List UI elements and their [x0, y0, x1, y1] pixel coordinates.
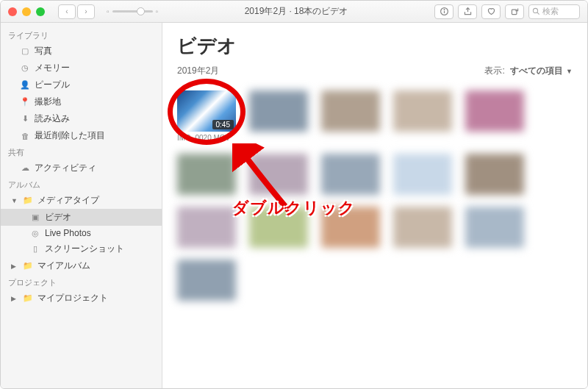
- nav-buttons: ‹ ›: [58, 4, 95, 19]
- sidebar-item-my-albums[interactable]: ▶📁マイアルバム: [1, 257, 162, 274]
- sidebar-group-share: 共有: [1, 144, 162, 160]
- video-item[interactable]: [321, 90, 380, 142]
- video-thumbnail[interactable]: [393, 207, 452, 248]
- video-thumbnail[interactable]: [465, 207, 524, 248]
- close-icon[interactable]: [8, 7, 17, 16]
- sidebar-item-videos[interactable]: ▣ビデオ: [1, 209, 162, 226]
- view-selector[interactable]: 表示: すべての項目 ▼: [484, 65, 573, 77]
- chevron-down-icon: ▼: [566, 68, 573, 75]
- subheading: 2019年2月: [177, 65, 219, 77]
- sidebar: ライブラリ ▢写真 ◷メモリー 👤ピープル 📍撮影地 ⬇読み込み 🗑最近削除した…: [1, 23, 162, 388]
- toolbar-right: 検索: [434, 4, 580, 19]
- cloud-icon: ☁: [20, 163, 30, 173]
- rotate-button[interactable]: [505, 4, 524, 19]
- video-item[interactable]: [465, 90, 524, 142]
- disclosure-right-icon: ▶: [11, 295, 18, 302]
- sidebar-item-my-projects[interactable]: ▶📁マイプロジェクト: [1, 290, 162, 307]
- sidebar-item-activity[interactable]: ☁アクティビティ: [1, 160, 162, 176]
- folder-icon: 📁: [23, 196, 33, 205]
- video-item[interactable]: [393, 154, 452, 195]
- thumbnail-grid: 0:45 IMG_0020.MOV ダブルクリック: [162, 83, 587, 388]
- video-item[interactable]: [249, 154, 308, 195]
- video-item[interactable]: [465, 207, 524, 248]
- video-thumbnail[interactable]: [393, 90, 452, 132]
- window-body: ライブラリ ▢写真 ◷メモリー 👤ピープル 📍撮影地 ⬇読み込み 🗑最近削除した…: [1, 23, 587, 388]
- sidebar-group-projects: プロジェクト: [1, 274, 162, 290]
- sidebar-item-media-types[interactable]: ▼📁メディアタイプ: [1, 192, 162, 209]
- window-controls: [8, 7, 45, 16]
- back-button[interactable]: ‹: [58, 4, 76, 19]
- video-thumbnail[interactable]: [321, 90, 380, 132]
- page-title: ビデオ: [162, 23, 587, 63]
- window-title: 2019年2月 · 18本のビデオ: [164, 5, 429, 18]
- zoom-knob[interactable]: [137, 7, 145, 15]
- video-thumbnail[interactable]: [177, 207, 236, 248]
- sidebar-group-albums: アルバム: [1, 176, 162, 192]
- places-icon: 📍: [20, 97, 30, 107]
- sidebar-item-photos[interactable]: ▢写真: [1, 43, 162, 60]
- video-thumbnail[interactable]: [177, 260, 236, 301]
- video-thumbnail[interactable]: [249, 154, 308, 195]
- duration-badge: 0:45: [212, 120, 234, 129]
- video-item[interactable]: [177, 207, 236, 248]
- zoom-out-icon: ▫: [107, 7, 110, 15]
- folder-icon: 📁: [23, 261, 33, 271]
- fullscreen-icon[interactable]: [36, 7, 45, 16]
- video-thumbnail[interactable]: [465, 90, 524, 132]
- sidebar-item-people[interactable]: 👤ピープル: [1, 76, 162, 93]
- imports-icon: ⬇: [20, 114, 30, 124]
- zoom-slider[interactable]: ▫ ▫: [107, 7, 158, 15]
- sidebar-item-live-photos[interactable]: ◎Live Photos: [1, 226, 162, 240]
- video-thumbnail[interactable]: [177, 154, 236, 195]
- folder-icon: 📁: [23, 293, 33, 303]
- memories-icon: ◷: [20, 63, 30, 73]
- app-window: ‹ › ▫ ▫ 2019年2月 · 18本のビデオ 検索 ライブラリ ▢写真 ◷…: [0, 0, 588, 389]
- sidebar-item-imports[interactable]: ⬇読み込み: [1, 110, 162, 127]
- video-thumbnail[interactable]: [321, 154, 380, 195]
- search-placeholder: 検索: [542, 6, 559, 17]
- sidebar-item-deleted[interactable]: 🗑最近削除した項目: [1, 127, 162, 144]
- zoom-in-icon: ▫: [156, 7, 159, 15]
- video-item[interactable]: [393, 207, 452, 248]
- video-item[interactable]: [393, 90, 452, 142]
- video-item-first[interactable]: 0:45 IMG_0020.MOV: [177, 90, 236, 142]
- disclosure-down-icon: ▼: [11, 197, 18, 204]
- svg-point-4: [533, 8, 537, 13]
- photos-icon: ▢: [20, 46, 30, 56]
- live-icon: ◎: [30, 229, 40, 238]
- video-thumbnail[interactable]: [465, 154, 524, 195]
- sidebar-item-screenshots[interactable]: ▯スクリーンショット: [1, 240, 162, 257]
- sidebar-group-library: ライブラリ: [1, 27, 162, 43]
- titlebar: ‹ › ▫ ▫ 2019年2月 · 18本のビデオ 検索: [1, 1, 587, 23]
- video-icon: ▣: [30, 213, 40, 222]
- sidebar-item-places[interactable]: 📍撮影地: [1, 93, 162, 110]
- sidebar-item-memories[interactable]: ◷メモリー: [1, 60, 162, 76]
- search-icon: [532, 7, 540, 15]
- annotation-text: ダブルクリック: [232, 197, 356, 219]
- svg-point-2: [444, 10, 445, 10]
- disclosure-right-icon: ▶: [11, 263, 18, 270]
- video-item[interactable]: [465, 154, 524, 195]
- video-item[interactable]: [177, 154, 236, 195]
- minimize-icon[interactable]: [22, 7, 31, 16]
- favorite-button[interactable]: [481, 4, 501, 19]
- forward-button[interactable]: ›: [77, 4, 95, 19]
- svg-rect-3: [512, 10, 517, 15]
- video-item[interactable]: [177, 260, 236, 301]
- video-item[interactable]: [249, 90, 308, 142]
- video-thumbnail[interactable]: [393, 154, 452, 195]
- people-icon: 👤: [20, 80, 30, 90]
- video-item[interactable]: [321, 154, 380, 195]
- svg-line-5: [537, 13, 539, 15]
- info-button[interactable]: [434, 4, 453, 19]
- video-thumbnail[interactable]: [249, 90, 308, 132]
- share-button[interactable]: [458, 4, 477, 19]
- screenshot-icon: ▯: [30, 244, 40, 254]
- video-thumbnail[interactable]: 0:45: [177, 90, 236, 132]
- search-input[interactable]: 検索: [528, 4, 580, 19]
- zoom-track[interactable]: [112, 10, 153, 13]
- filename-label: IMG_0020.MOV: [177, 134, 236, 142]
- trash-icon: 🗑: [20, 132, 30, 140]
- sub-header: 2019年2月 表示: すべての項目 ▼: [162, 63, 587, 83]
- main-content: ビデオ 2019年2月 表示: すべての項目 ▼ 0:45 IMG_0020.M…: [162, 23, 587, 388]
